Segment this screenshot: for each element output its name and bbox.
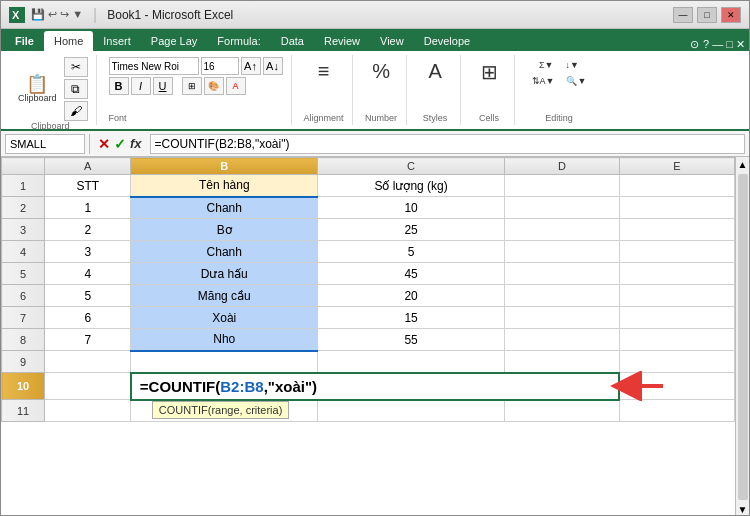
maximize-btn[interactable]: □ (697, 7, 717, 23)
tab-review[interactable]: Review (314, 31, 370, 51)
insert-function-icon[interactable]: fx (130, 136, 142, 151)
cancel-icon[interactable]: ✕ (98, 136, 110, 152)
cell-b2[interactable]: Chanh (131, 197, 318, 219)
name-box[interactable] (5, 134, 85, 154)
autosum-btn[interactable]: Σ▼ (534, 57, 558, 73)
title-bar-controls[interactable]: — □ ✕ (673, 7, 741, 23)
styles-btn[interactable]: A (423, 57, 446, 86)
cell-e9[interactable] (619, 351, 734, 373)
alignment-btn[interactable]: ≡ (313, 57, 335, 86)
cell-e7[interactable] (619, 307, 734, 329)
cell-a10[interactable] (45, 373, 131, 400)
cell-b10[interactable]: =COUNTIF(B2:B8,"xoài") (131, 373, 620, 400)
tab-pagelayout[interactable]: Page Lay (141, 31, 207, 51)
cell-e5[interactable] (619, 263, 734, 285)
cell-a3[interactable]: 2 (45, 219, 131, 241)
cell-c4[interactable]: 5 (318, 241, 505, 263)
tab-home[interactable]: Home (44, 31, 93, 51)
col-header-d[interactable]: D (505, 158, 620, 175)
minimize-btn[interactable]: — (673, 7, 693, 23)
tab-view[interactable]: View (370, 31, 414, 51)
fill-btn[interactable]: ↓▼ (561, 57, 584, 73)
cell-b6[interactable]: Măng cầu (131, 285, 318, 307)
cell-e4[interactable] (619, 241, 734, 263)
cell-d3[interactable] (505, 219, 620, 241)
col-header-a[interactable]: A (45, 158, 131, 175)
cell-b4[interactable]: Chanh (131, 241, 318, 263)
close-btn[interactable]: ✕ (721, 7, 741, 23)
cells-btn[interactable]: ⊞ (476, 57, 503, 87)
italic-btn[interactable]: I (131, 77, 151, 95)
border-btn[interactable]: ⊞ (182, 77, 202, 95)
font-decrease-btn[interactable]: A↓ (263, 57, 283, 75)
cell-b9[interactable] (131, 351, 318, 373)
cell-c5[interactable]: 45 (318, 263, 505, 285)
fill-color-btn[interactable]: 🎨 (204, 77, 224, 95)
sort-btn[interactable]: ⇅A▼ (527, 73, 560, 89)
col-header-b[interactable]: B (131, 158, 318, 175)
bold-btn[interactable]: B (109, 77, 129, 95)
cell-a2[interactable]: 1 (45, 197, 131, 219)
cell-c11[interactable] (318, 400, 505, 422)
cell-b8[interactable]: Nho (131, 329, 318, 351)
underline-btn[interactable]: U (153, 77, 173, 95)
cell-e6[interactable] (619, 285, 734, 307)
cut-btn[interactable]: ✂ (64, 57, 88, 77)
find-btn[interactable]: 🔍▼ (561, 73, 591, 89)
cell-a6[interactable]: 5 (45, 285, 131, 307)
cell-d7[interactable] (505, 307, 620, 329)
cell-d1[interactable] (505, 175, 620, 197)
font-name-input[interactable] (109, 57, 199, 75)
cell-d9[interactable] (505, 351, 620, 373)
col-header-c[interactable]: C (318, 158, 505, 175)
cell-c1[interactable]: Số lượng (kg) (318, 175, 505, 197)
font-size-input[interactable] (201, 57, 239, 75)
cell-c7[interactable]: 15 (318, 307, 505, 329)
tab-formulas[interactable]: Formula: (207, 31, 270, 51)
cell-b7[interactable]: Xoài (131, 307, 318, 329)
cell-b1[interactable]: Tên hàng (131, 175, 318, 197)
scroll-up-btn[interactable]: ▲ (736, 157, 749, 172)
ribbon-control-icons[interactable]: ? — □ ✕ (703, 38, 745, 51)
cell-a1[interactable]: STT (45, 175, 131, 197)
cell-c8[interactable]: 55 (318, 329, 505, 351)
font-increase-btn[interactable]: A↑ (241, 57, 261, 75)
cell-c9[interactable] (318, 351, 505, 373)
scroll-down-btn[interactable]: ▼ (736, 502, 749, 516)
cell-e11[interactable] (619, 400, 734, 422)
cell-d2[interactable] (505, 197, 620, 219)
cell-a9[interactable] (45, 351, 131, 373)
cell-a7[interactable]: 6 (45, 307, 131, 329)
font-color-btn[interactable]: A (226, 77, 246, 95)
cell-e3[interactable] (619, 219, 734, 241)
cell-a5[interactable]: 4 (45, 263, 131, 285)
cell-e8[interactable] (619, 329, 734, 351)
cell-a8[interactable]: 7 (45, 329, 131, 351)
cell-d5[interactable] (505, 263, 620, 285)
cell-b3[interactable]: Bơ (131, 219, 318, 241)
cell-c2[interactable]: 10 (318, 197, 505, 219)
tab-insert[interactable]: Insert (93, 31, 141, 51)
formula-input[interactable] (150, 134, 745, 154)
cell-b11[interactable] (131, 400, 318, 422)
confirm-icon[interactable]: ✓ (114, 136, 126, 152)
cell-d6[interactable] (505, 285, 620, 307)
cell-b5[interactable]: Dưa hấu (131, 263, 318, 285)
format-painter-btn[interactable]: 🖌 (64, 101, 88, 121)
scroll-thumb[interactable] (738, 174, 748, 500)
cell-a11[interactable] (45, 400, 131, 422)
tab-developer[interactable]: Develope (414, 31, 480, 51)
vertical-scrollbar[interactable]: ▲ ▼ (735, 157, 749, 516)
number-btn[interactable]: % (367, 57, 395, 86)
cell-e2[interactable] (619, 197, 734, 219)
cell-a4[interactable]: 3 (45, 241, 131, 263)
cell-d8[interactable] (505, 329, 620, 351)
tab-file[interactable]: File (5, 31, 44, 51)
col-header-e[interactable]: E (619, 158, 734, 175)
cell-c6[interactable]: 20 (318, 285, 505, 307)
cell-e1[interactable] (619, 175, 734, 197)
tab-data[interactable]: Data (271, 31, 314, 51)
help-icon[interactable]: ⊙ (690, 38, 699, 51)
cell-d4[interactable] (505, 241, 620, 263)
paste-btn[interactable]: 📋 Clipboard (13, 72, 62, 106)
